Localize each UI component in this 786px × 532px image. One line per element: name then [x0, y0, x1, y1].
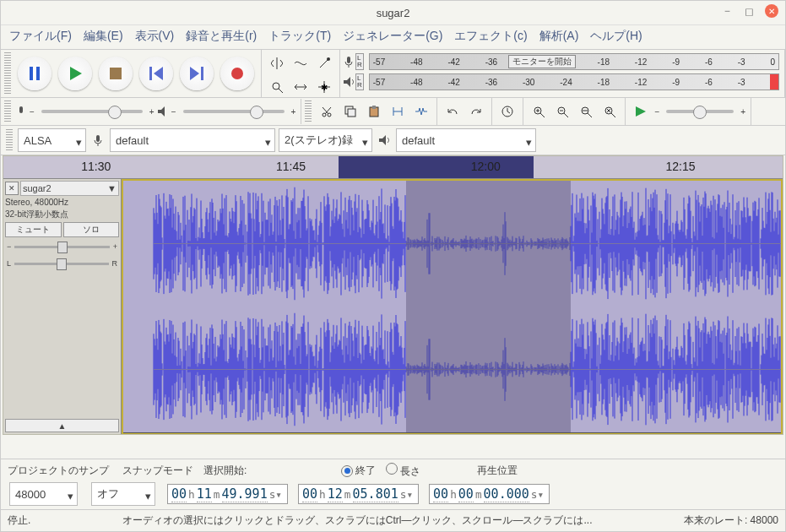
zoom-out-button[interactable] [551, 100, 573, 122]
skip-end-button[interactable] [180, 57, 214, 90]
menu-item[interactable]: 録音と再生(r) [186, 29, 257, 44]
status-right: 本来のレート: 48000 [684, 513, 778, 528]
play-meter[interactable]: -57-48-42-36-30-24-18-12-9-6-30 [369, 73, 779, 90]
length-radio[interactable] [386, 463, 398, 475]
menu-item[interactable]: ジェネレーター(G) [343, 29, 442, 44]
status-mid: オーディオの選択にはクリックとドラッグ、スクラブにはCtrl―クリック、スクロー… [122, 513, 593, 528]
grip[interactable] [4, 100, 11, 122]
selection-end-field[interactable]: 00h12m05.801s▾ [298, 484, 419, 504]
multi-tool[interactable]: ✱ [313, 76, 335, 98]
grip[interactable] [305, 100, 312, 122]
play-volume-slider[interactable] [183, 110, 285, 113]
envelope-tool[interactable] [290, 52, 312, 74]
rec-meter[interactable]: -57-48-42-36-30-24-18-12-9-6-30 モニターを開始 [369, 53, 779, 70]
meter-monitor-label[interactable]: モニターを開始 [508, 55, 576, 68]
svg-rect-1 [36, 67, 40, 80]
svg-marker-5 [154, 67, 163, 80]
rec-volume-slider[interactable] [41, 110, 143, 113]
svg-rect-3 [110, 68, 122, 79]
output-device-dropdown[interactable]: default▾ [396, 128, 536, 152]
menu-item[interactable]: トラック(T) [268, 29, 331, 44]
cut-button[interactable] [316, 100, 338, 122]
timeshift-tool[interactable] [290, 76, 312, 98]
snap-dropdown[interactable]: オフ▾ [91, 482, 155, 506]
waveform-area[interactable]: 1.00.50.0-0.5-1.0 1.00.50.0-0.5-1.0 [122, 179, 783, 434]
grip[interactable] [6, 129, 13, 151]
lr-label: LR [355, 53, 364, 70]
menubar: ファイル(F)編集(E)表示(V)録音と再生(r)トラック(T)ジェネレーター(… [1, 25, 785, 49]
minimize-button[interactable]: － [721, 5, 733, 17]
redo-button[interactable] [465, 100, 487, 122]
host-dropdown[interactable]: ALSA▾ [18, 128, 86, 152]
status-bar: 停止. オーディオの選択にはクリックとドラッグ、スクラブにはCtrl―クリック、… [1, 509, 785, 531]
end-radio[interactable] [341, 465, 353, 477]
fit-selection-button[interactable] [575, 100, 597, 122]
track-name-dropdown[interactable]: sugar2▼ [20, 181, 119, 196]
speaker-icon [156, 105, 170, 118]
device-toolbar: ALSA▾ default▾ 2(ステレオ)録▾ default▾ [1, 126, 785, 155]
solo-button[interactable]: ソロ [63, 222, 120, 237]
paste-button[interactable] [363, 100, 385, 122]
selection-start-field[interactable]: 00h11m49.991s▾ [167, 484, 288, 504]
svg-line-25 [564, 113, 568, 117]
menu-item[interactable]: エフェクト(c) [454, 29, 527, 44]
pan-slider[interactable] [14, 263, 108, 265]
menu-item[interactable]: ファイル(F) [9, 29, 72, 44]
play-at-speed-button[interactable] [630, 100, 652, 122]
zoom-in-button[interactable] [528, 100, 550, 122]
svg-line-23 [540, 113, 545, 117]
menu-item[interactable]: ヘルプ(H) [590, 29, 642, 44]
svg-point-8 [231, 68, 243, 79]
trim-button[interactable] [387, 100, 409, 122]
svg-marker-2 [70, 67, 82, 80]
chevron-down-icon: ▾ [265, 136, 271, 149]
selection-tool[interactable] [266, 52, 288, 74]
svg-rect-0 [30, 67, 33, 80]
record-button[interactable] [220, 57, 254, 90]
mic-icon [91, 133, 105, 147]
play-button[interactable] [58, 57, 92, 90]
stop-button[interactable] [99, 57, 133, 90]
maximize-button[interactable]: ◻ [743, 5, 755, 17]
copy-button[interactable] [339, 100, 361, 122]
chevron-down-icon: ▾ [362, 136, 368, 149]
zoom-tool[interactable] [266, 76, 288, 98]
menu-item[interactable]: 解析(A) [539, 29, 579, 44]
lr-label: LR [355, 73, 364, 90]
svg-rect-20 [372, 106, 376, 109]
track-format: Stereo, 48000Hz [5, 198, 119, 207]
grip[interactable] [4, 52, 11, 95]
sel-label: 選択開始: [203, 464, 247, 478]
playback-speed-slider[interactable] [666, 110, 734, 113]
svg-text:✱: ✱ [321, 83, 328, 92]
timeline-ruler[interactable]: 11:3011:4512:0012:15 [3, 156, 783, 179]
rate-label: プロジェクトのサンプ [8, 464, 109, 478]
chevron-down-icon: ▾ [526, 136, 532, 149]
svg-marker-13 [344, 77, 350, 87]
fit-project-button[interactable] [599, 100, 621, 122]
svg-line-27 [588, 113, 592, 117]
play-pos-label: 再生位置 [477, 464, 518, 478]
close-button[interactable]: ✕ [765, 4, 778, 18]
track-header: ✕ sugar2▼ Stereo, 48000Hz 32-bit浮動小数点 ミュ… [3, 179, 122, 434]
gain-slider[interactable] [14, 246, 109, 248]
project-rate-dropdown[interactable]: 48000▾ [9, 482, 78, 506]
sync-lock-button[interactable] [496, 100, 518, 122]
svg-rect-18 [348, 109, 355, 117]
svg-rect-4 [149, 67, 152, 80]
undo-button[interactable] [442, 100, 463, 122]
menu-item[interactable]: 編集(E) [84, 29, 123, 44]
svg-rect-7 [201, 67, 203, 80]
input-channels-dropdown[interactable]: 2(ステレオ)録▾ [279, 128, 372, 152]
window-title: sugar2 [377, 7, 410, 19]
mute-button[interactable]: ミュート [5, 222, 62, 237]
draw-tool[interactable] [313, 52, 335, 74]
collapse-button[interactable]: ▲ [5, 419, 119, 432]
track-close-button[interactable]: ✕ [5, 182, 19, 195]
input-device-dropdown[interactable]: default▾ [110, 128, 275, 152]
audio-position-field[interactable]: 00h00m00.000s▾ [429, 484, 550, 504]
skip-start-button[interactable] [139, 57, 173, 90]
menu-item[interactable]: 表示(V) [135, 29, 175, 44]
pause-button[interactable] [18, 57, 51, 90]
silence-button[interactable] [410, 100, 432, 122]
